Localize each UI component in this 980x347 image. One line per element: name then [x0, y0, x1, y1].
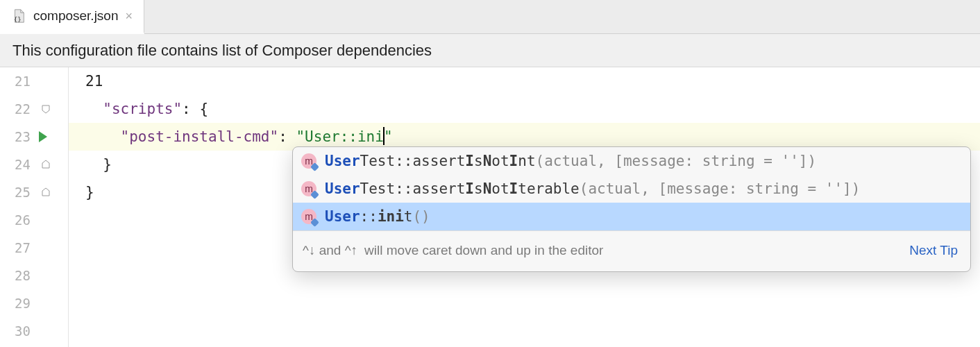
code-line: "scripts": { [69, 95, 980, 123]
code-line: 21 [69, 67, 980, 95]
line-number: 23 [0, 123, 31, 151]
line-number: 24 [0, 151, 31, 178]
completion-hint: ^↓ and ^↑ will move caret down and up in… [293, 230, 970, 271]
text-caret [383, 127, 385, 145]
next-tip-link[interactable]: Next Tip [909, 237, 958, 264]
fold-start-icon[interactable] [39, 95, 53, 123]
completion-popup[interactable]: m UserTest::assertIsNotInt(actual, [mess… [292, 146, 971, 272]
gutter: 21 22 23 24 25 26 27 28 29 30 [0, 67, 69, 347]
line-number: 27 [0, 234, 31, 262]
fold-end-icon[interactable] [39, 178, 53, 206]
svg-text:{}: {} [14, 15, 22, 23]
completion-label: UserTest::assertIsNotIterable(actual, [m… [325, 175, 860, 203]
close-icon[interactable]: × [126, 10, 133, 22]
line-number: 29 [0, 289, 31, 317]
method-icon: m [301, 209, 316, 224]
line-number: 30 [0, 317, 31, 345]
completion-label: UserTest::assertIsNotInt(actual, [messag… [325, 147, 816, 175]
banner-text: This configuration file contains list of… [12, 42, 432, 60]
method-icon: m [301, 181, 316, 196]
tab-bar: {} composer.json × [0, 0, 980, 34]
info-banner: This configuration file contains list of… [0, 34, 980, 67]
code-area[interactable]: 21 "scripts": { "post-install-cmd": "Use… [69, 67, 980, 347]
run-gutter-icon[interactable] [36, 123, 50, 151]
line-number: 22 [0, 95, 31, 123]
completion-item[interactable]: m UserTest::assertIsNotIterable(actual, … [293, 175, 970, 203]
line-number: 25 [0, 178, 31, 206]
line-number: 26 [0, 206, 31, 234]
completion-item-selected[interactable]: m User::init() [293, 203, 970, 230]
editor[interactable]: 21 22 23 24 25 26 27 28 29 30 21 "script… [0, 67, 980, 347]
fold-end-icon[interactable] [39, 151, 53, 178]
completion-item[interactable]: m UserTest::assertIsNotInt(actual, [mess… [293, 147, 970, 175]
tab-composer-json[interactable]: {} composer.json × [0, 0, 144, 34]
json-file-icon: {} [11, 8, 26, 24]
tab-filename: composer.json [33, 8, 119, 24]
completion-label: User::init() [325, 203, 430, 230]
method-icon: m [301, 153, 316, 169]
hint-keys: ^↓ and ^↑ [303, 237, 357, 264]
line-number: 28 [0, 262, 31, 289]
line-number: 21 [0, 67, 31, 95]
hint-text: will move caret down and up in the edito… [364, 237, 603, 264]
